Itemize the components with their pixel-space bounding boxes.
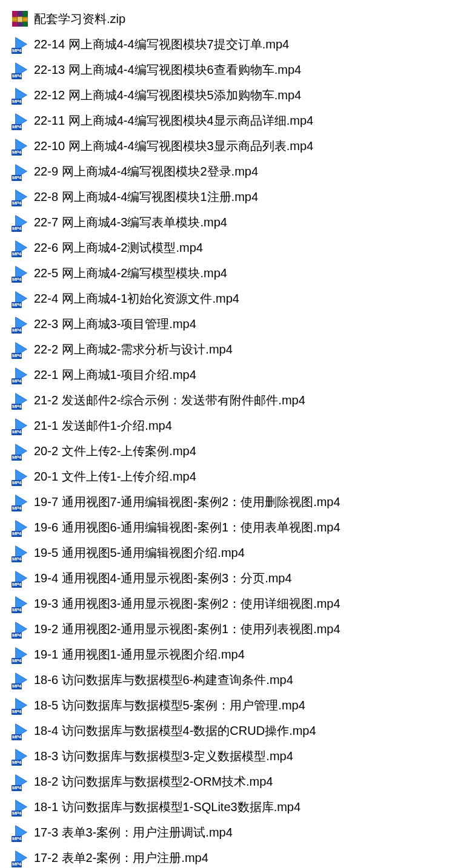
file-icon-wrap: MP4 bbox=[12, 594, 34, 613]
mp4-video-icon: MP4 bbox=[12, 798, 30, 816]
file-item[interactable]: MP418-4 访问数据库与数据模型4-数据的CRUD操作.mp4 bbox=[12, 718, 455, 743]
mp4-video-icon: MP4 bbox=[12, 747, 30, 765]
file-icon-wrap: MP4 bbox=[12, 442, 34, 460]
file-name-label: 22-6 网上商城4-2测试模型.mp4 bbox=[34, 240, 203, 256]
mp4-video-icon: MP4 bbox=[12, 213, 30, 231]
mp4-badge: MP4 bbox=[12, 505, 22, 511]
mp4-badge: MP4 bbox=[12, 480, 22, 486]
mp4-video-icon: MP4 bbox=[12, 569, 30, 587]
file-item[interactable]: MP421-1 发送邮件1-介绍.mp4 bbox=[12, 413, 455, 438]
file-name-label: 22-11 网上商城4-4编写视图模块4显示商品详细.mp4 bbox=[34, 113, 313, 129]
file-item[interactable]: MP422-10 网上商城4-4编写视图模块3显示商品列表.mp4 bbox=[12, 133, 455, 159]
file-item[interactable]: MP422-13 网上商城4-4编写视图模块6查看购物车.mp4 bbox=[12, 57, 455, 82]
file-item[interactable]: MP418-3 访问数据库与数据模型3-定义数据模型.mp4 bbox=[12, 743, 455, 769]
file-icon-wrap: MP4 bbox=[12, 111, 34, 130]
mp4-video-icon: MP4 bbox=[12, 416, 30, 435]
file-item[interactable]: MP422-3 网上商城3-项目管理.mp4 bbox=[12, 311, 455, 337]
file-name-label: 22-8 网上商城4-4编写视图模块1注册.mp4 bbox=[34, 189, 258, 205]
mp4-video-icon: MP4 bbox=[12, 594, 30, 613]
mp4-badge: MP4 bbox=[12, 810, 22, 817]
mp4-video-icon: MP4 bbox=[12, 366, 30, 384]
file-item[interactable]: MP419-5 通用视图5-通用编辑视图介绍.mp4 bbox=[12, 540, 455, 565]
mp4-badge: MP4 bbox=[12, 607, 22, 613]
file-item[interactable]: MP417-3 表单3-案例：用户注册调试.mp4 bbox=[12, 820, 455, 845]
file-name-label: 18-5 访问数据库与数据模型5-案例：用户管理.mp4 bbox=[34, 697, 305, 714]
file-name-label: 22-4 网上商城4-1初始化资源文件.mp4 bbox=[34, 291, 239, 307]
mp4-badge: MP4 bbox=[12, 175, 22, 181]
file-item[interactable]: MP419-1 通用视图1-通用显示视图介绍.mp4 bbox=[12, 642, 455, 667]
file-item[interactable]: MP422-1 网上商城1-项目介绍.mp4 bbox=[12, 362, 455, 387]
file-item[interactable]: MP422-5 网上商城4-2编写模型模块.mp4 bbox=[12, 260, 455, 286]
file-name-label: 19-4 通用视图4-通用显示视图-案例3：分页.mp4 bbox=[34, 570, 292, 587]
file-item[interactable]: MP419-7 通用视图7-通用编辑视图-案例2：使用删除视图.mp4 bbox=[12, 489, 455, 515]
file-name-label: 18-6 访问数据库与数据模型6-构建查询条件.mp4 bbox=[34, 672, 293, 688]
file-name-label: 21-2 发送邮件2-综合示例：发送带有附件邮件.mp4 bbox=[34, 392, 305, 409]
file-item[interactable]: MP422-9 网上商城4-4编写视图模块2登录.mp4 bbox=[12, 159, 455, 184]
mp4-badge: MP4 bbox=[12, 429, 22, 435]
mp4-badge: MP4 bbox=[12, 633, 22, 639]
mp4-badge: MP4 bbox=[12, 709, 22, 715]
mp4-video-icon: MP4 bbox=[12, 645, 30, 663]
mp4-video-icon: MP4 bbox=[12, 61, 30, 79]
file-icon-wrap: MP4 bbox=[12, 467, 34, 485]
file-item[interactable]: MP422-14 网上商城4-4编写视图模块7提交订单.mp4 bbox=[12, 31, 455, 57]
file-name-label: 17-3 表单3-案例：用户注册调试.mp4 bbox=[34, 824, 233, 841]
mp4-video-icon: MP4 bbox=[12, 238, 30, 257]
file-item[interactable]: MP418-6 访问数据库与数据模型6-构建查询条件.mp4 bbox=[12, 667, 455, 692]
mp4-badge: MP4 bbox=[12, 556, 22, 562]
mp4-badge: MP4 bbox=[12, 785, 22, 791]
mp4-badge: MP4 bbox=[12, 226, 22, 232]
file-item[interactable]: MP419-4 通用视图4-通用显示视图-案例3：分页.mp4 bbox=[12, 565, 455, 591]
file-item[interactable]: MP418-1 访问数据库与数据模型1-SQLite3数据库.mp4 bbox=[12, 794, 455, 820]
file-name-label: 19-3 通用视图3-通用显示视图-案例2：使用详细视图.mp4 bbox=[34, 596, 340, 612]
file-icon-wrap: MP4 bbox=[12, 340, 34, 358]
mp4-badge: MP4 bbox=[12, 404, 22, 410]
file-icon-wrap: MP4 bbox=[12, 747, 34, 765]
file-item[interactable]: MP420-1 文件上传1-上传介绍.mp4 bbox=[12, 464, 455, 489]
file-item[interactable]: MP422-6 网上商城4-2测试模型.mp4 bbox=[12, 235, 455, 260]
file-item[interactable]: MP422-11 网上商城4-4编写视图模块4显示商品详细.mp4 bbox=[12, 108, 455, 133]
mp4-badge: MP4 bbox=[12, 73, 22, 79]
mp4-video-icon: MP4 bbox=[12, 86, 30, 104]
file-item[interactable]: MP419-3 通用视图3-通用显示视图-案例2：使用详细视图.mp4 bbox=[12, 591, 455, 616]
file-icon-wrap: MP4 bbox=[12, 213, 34, 231]
zip-archive-icon bbox=[12, 11, 28, 27]
file-item[interactable]: MP419-2 通用视图2-通用显示视图-案例1：使用列表视图.mp4 bbox=[12, 616, 455, 642]
mp4-badge: MP4 bbox=[12, 124, 22, 130]
mp4-badge: MP4 bbox=[12, 378, 22, 384]
file-icon-wrap: MP4 bbox=[12, 518, 34, 536]
file-item[interactable]: MP422-8 网上商城4-4编写视图模块1注册.mp4 bbox=[12, 184, 455, 209]
file-icon-wrap: MP4 bbox=[12, 162, 34, 180]
file-item[interactable]: MP417-2 表单2-案例：用户注册.mp4 bbox=[12, 845, 455, 868]
file-item[interactable]: MP422-4 网上商城4-1初始化资源文件.mp4 bbox=[12, 286, 455, 311]
mp4-badge: MP4 bbox=[12, 150, 22, 156]
file-item[interactable]: 配套学习资料.zip bbox=[12, 6, 455, 31]
mp4-video-icon: MP4 bbox=[12, 162, 30, 180]
file-name-label: 18-2 访问数据库与数据模型2-ORM技术.mp4 bbox=[34, 774, 273, 790]
mp4-video-icon: MP4 bbox=[12, 849, 30, 867]
mp4-badge: MP4 bbox=[12, 455, 22, 461]
file-icon-wrap: MP4 bbox=[12, 722, 34, 740]
file-name-label: 18-4 访问数据库与数据模型4-数据的CRUD操作.mp4 bbox=[34, 723, 316, 739]
file-item[interactable]: MP421-2 发送邮件2-综合示例：发送带有附件邮件.mp4 bbox=[12, 387, 455, 413]
file-item[interactable]: MP422-12 网上商城4-4编写视图模块5添加购物车.mp4 bbox=[12, 82, 455, 108]
file-item[interactable]: MP422-7 网上商城4-3编写表单模块.mp4 bbox=[12, 209, 455, 235]
mp4-video-icon: MP4 bbox=[12, 315, 30, 333]
file-item[interactable]: MP420-2 文件上传2-上传案例.mp4 bbox=[12, 438, 455, 464]
file-icon-wrap: MP4 bbox=[12, 264, 34, 282]
mp4-badge: MP4 bbox=[12, 251, 22, 257]
file-name-label: 22-1 网上商城1-项目介绍.mp4 bbox=[34, 367, 196, 383]
file-item[interactable]: MP418-2 访问数据库与数据模型2-ORM技术.mp4 bbox=[12, 769, 455, 794]
file-name-label: 22-10 网上商城4-4编写视图模块3显示商品列表.mp4 bbox=[34, 138, 313, 154]
file-name-label: 18-1 访问数据库与数据模型1-SQLite3数据库.mp4 bbox=[34, 799, 301, 815]
file-icon-wrap: MP4 bbox=[12, 61, 34, 79]
file-item[interactable]: MP419-6 通用视图6-通用编辑视图-案例1：使用表单视图.mp4 bbox=[12, 515, 455, 540]
file-list: 配套学习资料.zipMP422-14 网上商城4-4编写视图模块7提交订单.mp… bbox=[12, 6, 455, 868]
file-name-label: 配套学习资料.zip bbox=[34, 11, 125, 27]
file-name-label: 19-1 通用视图1-通用显示视图介绍.mp4 bbox=[34, 646, 245, 663]
mp4-video-icon: MP4 bbox=[12, 544, 30, 562]
file-item[interactable]: MP418-5 访问数据库与数据模型5-案例：用户管理.mp4 bbox=[12, 692, 455, 718]
file-name-label: 19-7 通用视图7-通用编辑视图-案例2：使用删除视图.mp4 bbox=[34, 494, 340, 510]
mp4-badge: MP4 bbox=[12, 683, 22, 689]
file-item[interactable]: MP422-2 网上商城2-需求分析与设计.mp4 bbox=[12, 337, 455, 362]
